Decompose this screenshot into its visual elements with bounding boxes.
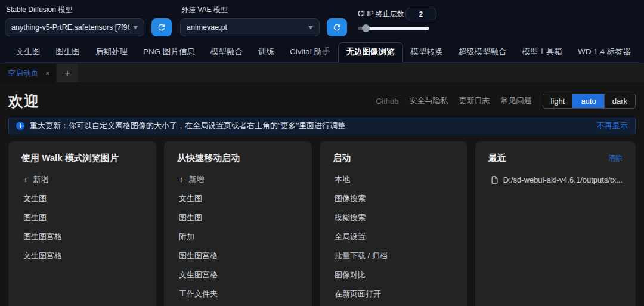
list-item-label: 文生图	[179, 193, 202, 204]
clip-skip-value-input[interactable]: 2	[405, 8, 436, 20]
welcome-links: Github安全与隐私更新日志常见问题	[376, 95, 531, 106]
subtab-start-page[interactable]: 空启动页 ×	[0, 64, 56, 82]
clip-skip-label: CLIP 终止层数	[358, 9, 404, 19]
refresh-icon	[157, 23, 166, 32]
list-item-label: 图像搜索	[335, 193, 366, 204]
subtab-bar: 空启动页 × +	[0, 63, 644, 82]
vae-group: 外挂 VAE 模型 animevae.pt	[180, 4, 347, 36]
list-item[interactable]: 批量下载 / 归档	[333, 246, 454, 265]
tab-模型转换[interactable]: 模型转换	[403, 43, 451, 62]
panel-启动: 启动本地图像搜索模糊搜索全局设置批量下载 / 归档图像对比在新页面打开还原上次记…	[320, 141, 467, 306]
plus-icon: +	[23, 175, 28, 184]
list-item[interactable]: 图生图宫格	[177, 246, 299, 265]
theme-auto-button[interactable]: auto	[572, 94, 603, 108]
tab-设置[interactable]: 设置	[639, 43, 644, 62]
main-tab-bar: 文生图图生图后期处理PNG 图片信息模型融合训练Civitai 助手无边图像浏览…	[5, 38, 639, 63]
clear-recent-link[interactable]: 清除	[608, 153, 623, 163]
banner-text: 重大更新：你可以自定义网格图像的大小了，在全局设置页或者右上角的"更多"里面进行…	[30, 120, 345, 131]
list-item-label: 文生图	[23, 193, 47, 204]
add-tab-button[interactable]: +	[57, 64, 78, 82]
tab-图生图[interactable]: 图生图	[48, 43, 88, 62]
list-item[interactable]: 图像对比	[333, 265, 454, 285]
model-dropdown[interactable]: anything-v5-PrtRE.safetensors [7f96a1a9c…	[5, 18, 144, 36]
panel-title: 最近	[488, 153, 506, 164]
panels-grid: 使用 Walk 模式浏览图片+新增文生图图生图图生图宫格文生图宫格从快速移动启动…	[8, 141, 636, 306]
refresh-model-button[interactable]	[151, 18, 172, 36]
tab-模型工具箱[interactable]: 模型工具箱	[515, 43, 571, 62]
refresh-vae-button[interactable]	[327, 18, 347, 36]
list-item-label: 工作文件夹	[179, 289, 218, 299]
list-item[interactable]: 文生图	[177, 189, 299, 208]
vae-dropdown[interactable]: animevae.pt	[180, 18, 320, 36]
tab-后期处理[interactable]: 后期处理	[88, 43, 135, 62]
link-Github[interactable]: Github	[376, 97, 398, 106]
list-item[interactable]: 图像搜索	[333, 189, 454, 208]
list-item[interactable]: 附加	[177, 227, 299, 246]
vae-dropdown-value: animevae.pt	[187, 23, 305, 32]
list-item[interactable]: 文生图宫格	[177, 265, 299, 285]
list-item[interactable]: 文生图	[21, 189, 143, 208]
list-item-label: 批量下载 / 归档	[335, 251, 388, 261]
file-icon	[490, 175, 499, 184]
subtab-label: 空启动页	[8, 68, 39, 79]
panel-从快速移动启动: 从快速移动启动+新增文生图图生图附加图生图宫格文生图宫格工作文件夹home	[164, 141, 312, 306]
panel-title: 启动	[333, 153, 351, 164]
page-title: 欢迎	[8, 91, 39, 111]
list-item[interactable]: 在新页面打开	[333, 285, 454, 304]
list-item[interactable]: 全局设置	[333, 227, 454, 246]
close-icon[interactable]: ×	[45, 69, 50, 78]
info-icon	[16, 122, 24, 130]
plus-icon: +	[179, 175, 184, 184]
list-item-label: 本地	[335, 174, 350, 185]
model-label: Stable Diffusion 模型	[6, 5, 172, 15]
tab-无边图像浏览[interactable]: 无边图像浏览	[338, 42, 403, 63]
list-item-label: D:/sd-webui-aki-v4.6.1/outputs/tx...	[503, 175, 623, 184]
tab-WD 1.4 标签器[interactable]: WD 1.4 标签器	[570, 43, 639, 62]
slider-thumb[interactable]	[362, 24, 370, 32]
tab-训练[interactable]: 训练	[250, 43, 282, 62]
list-item[interactable]: 图生图	[21, 208, 143, 227]
list-item-label: 新增	[33, 174, 48, 185]
update-banner: 重大更新：你可以自定义网格图像的大小了，在全局设置页或者右上角的"更多"里面进行…	[8, 118, 636, 134]
panel-最近: 最近清除D:/sd-webui-aki-v4.6.1/outputs/tx...	[475, 141, 636, 306]
list-item[interactable]: 本地	[333, 170, 454, 189]
list-item-label: 图像对比	[335, 270, 366, 280]
list-item-label: 模糊搜索	[335, 212, 366, 223]
panel-title: 从快速移动启动	[177, 153, 240, 164]
clip-skip-slider[interactable]	[358, 24, 429, 32]
dismiss-banner-link[interactable]: 不再显示	[597, 120, 628, 131]
quicksettings-bar: Stable Diffusion 模型 anything-v5-PrtRE.sa…	[0, 0, 644, 63]
model-group: Stable Diffusion 模型 anything-v5-PrtRE.sa…	[5, 4, 172, 36]
list-item[interactable]: 图生图宫格	[21, 227, 143, 246]
list-item[interactable]: 模糊搜索	[333, 208, 454, 227]
clip-skip-group: CLIP 终止层数 2	[358, 4, 436, 32]
list-item[interactable]: 文生图宫格	[21, 246, 143, 265]
list-item[interactable]: 图生图	[177, 208, 299, 227]
list-item-label: 图生图宫格	[179, 251, 218, 261]
list-item-label: 附加	[179, 231, 194, 242]
list-item-label: 在新页面打开	[335, 289, 381, 299]
list-item[interactable]: D:/sd-webui-aki-v4.6.1/outputs/tx...	[488, 170, 623, 189]
list-item-label: 文生图宫格	[179, 270, 218, 280]
panel-使用 Walk 模式浏览图片: 使用 Walk 模式浏览图片+新增文生图图生图图生图宫格文生图宫格	[8, 141, 156, 306]
link-常见问题[interactable]: 常见问题	[501, 95, 532, 106]
list-item[interactable]: home	[177, 304, 299, 306]
list-item[interactable]: +新增	[177, 170, 299, 189]
list-item-label: 全局设置	[335, 231, 366, 242]
refresh-icon	[332, 23, 342, 32]
list-item-label: 新增	[188, 174, 204, 185]
list-item[interactable]: 还原上次记录	[333, 304, 454, 306]
tab-PNG 图片信息[interactable]: PNG 图片信息	[135, 43, 203, 62]
theme-light-button[interactable]: light	[543, 94, 573, 108]
panel-title: 使用 Walk 模式浏览图片	[21, 153, 119, 164]
tab-超级模型融合[interactable]: 超级模型融合	[451, 43, 515, 62]
list-item[interactable]: +新增	[21, 170, 143, 189]
chevron-down-icon	[308, 26, 313, 29]
tab-文生图[interactable]: 文生图	[8, 43, 48, 62]
link-安全与隐私[interactable]: 安全与隐私	[410, 95, 448, 106]
theme-dark-button[interactable]: dark	[604, 94, 635, 108]
link-更新日志[interactable]: 更新日志	[459, 95, 490, 106]
tab-Civitai 助手[interactable]: Civitai 助手	[282, 43, 338, 62]
list-item[interactable]: 工作文件夹	[177, 285, 299, 304]
tab-模型融合[interactable]: 模型融合	[203, 43, 250, 62]
